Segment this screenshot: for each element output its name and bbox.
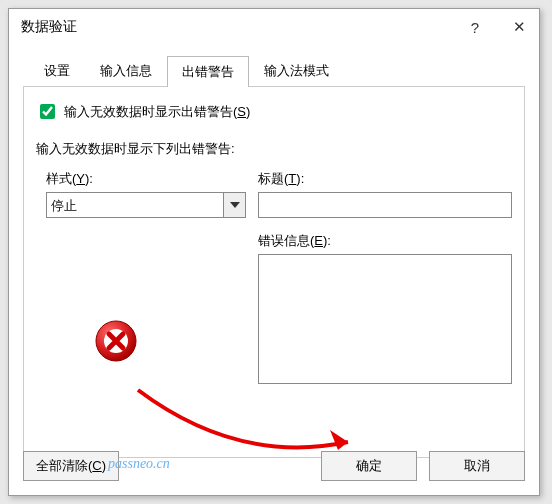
tab-settings[interactable]: 设置 bbox=[29, 55, 85, 86]
section-label: 输入无效数据时显示下列出错警告: bbox=[36, 140, 512, 158]
error-alert-panel: 输入无效数据时显示出错警告(S) 输入无效数据时显示下列出错警告: 样式(Y):… bbox=[23, 86, 525, 458]
title-controls: ? ✕ bbox=[461, 18, 533, 36]
style-select[interactable]: 停止 bbox=[46, 192, 224, 218]
cancel-button[interactable]: 取消 bbox=[429, 451, 525, 481]
ok-button[interactable]: 确定 bbox=[321, 451, 417, 481]
show-error-checkbox[interactable] bbox=[40, 104, 55, 119]
data-validation-dialog: 数据验证 ? ✕ 设置 输入信息 出错警告 输入法模式 输入无效数据时显示出错警… bbox=[8, 8, 540, 496]
style-dropdown-button[interactable] bbox=[224, 192, 246, 218]
tab-error-alert[interactable]: 出错警告 bbox=[167, 56, 249, 87]
title-label: 标题(T): bbox=[258, 170, 512, 188]
tab-ime-mode[interactable]: 输入法模式 bbox=[249, 55, 344, 86]
dialog-content: 设置 输入信息 出错警告 输入法模式 输入无效数据时显示出错警告(S) 输入无效… bbox=[23, 55, 525, 481]
message-textarea[interactable] bbox=[258, 254, 512, 384]
tab-strip: 设置 输入信息 出错警告 输入法模式 bbox=[29, 55, 525, 86]
titlebar: 数据验证 ? ✕ bbox=[9, 9, 539, 45]
title-input[interactable] bbox=[258, 192, 512, 218]
help-button[interactable]: ? bbox=[461, 19, 489, 36]
tab-input-message[interactable]: 输入信息 bbox=[85, 55, 167, 86]
button-row: 全部清除(C) 确定 取消 bbox=[23, 451, 525, 481]
show-error-label: 输入无效数据时显示出错警告(S) bbox=[64, 103, 250, 121]
chevron-down-icon bbox=[230, 202, 240, 208]
style-select-wrap[interactable]: 停止 bbox=[46, 192, 246, 218]
dialog-title: 数据验证 bbox=[21, 18, 77, 36]
clear-all-button[interactable]: 全部清除(C) bbox=[23, 451, 119, 481]
show-error-checkbox-row[interactable]: 输入无效数据时显示出错警告(S) bbox=[36, 101, 512, 122]
message-label: 错误信息(E): bbox=[258, 232, 512, 250]
stop-error-icon bbox=[94, 319, 138, 363]
style-label: 样式(Y): bbox=[46, 170, 246, 188]
close-button[interactable]: ✕ bbox=[505, 18, 533, 36]
title-message-column: 标题(T): 错误信息(E): bbox=[258, 170, 512, 387]
style-column: 样式(Y): 停止 bbox=[36, 170, 246, 387]
